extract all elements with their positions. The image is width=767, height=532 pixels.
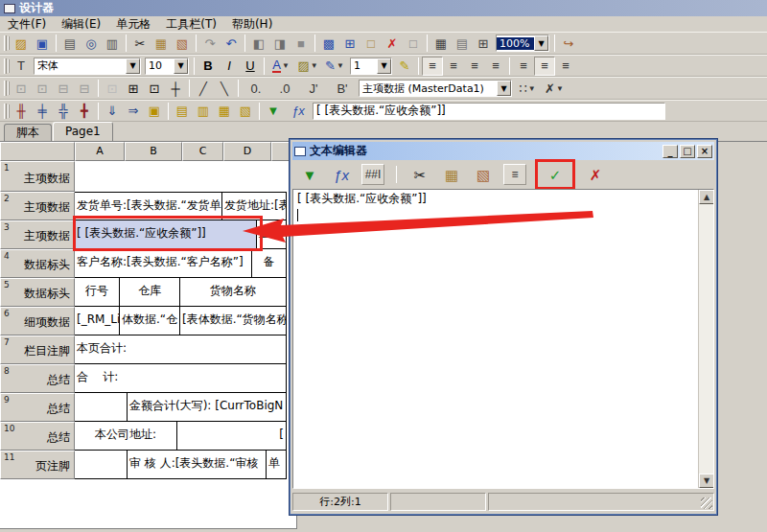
- grid-cell[interactable]: 金额合计(大写): [CurrToBigN: [128, 393, 287, 422]
- border-top-button[interactable]: ⊟: [53, 79, 74, 98]
- border-inner-button[interactable]: ┼: [165, 79, 186, 98]
- bring-forward-button[interactable]: ◧: [248, 34, 269, 53]
- decimal-inc-button[interactable]: 0.: [242, 79, 270, 98]
- print-preview-button[interactable]: ◎: [81, 34, 102, 53]
- cell-format-j-button[interactable]: J': [299, 79, 328, 98]
- grid-cell[interactable]: 审 核 人:[表头数据.“审核: [128, 451, 267, 479]
- grid-cell[interactable]: [: [177, 422, 287, 451]
- menu-item-4[interactable]: 帮助(H): [224, 16, 280, 32]
- valign-bottom-button[interactable]: ≡: [555, 57, 576, 76]
- chevron-down-icon[interactable]: ▼: [534, 35, 548, 51]
- block-fill-button[interactable]: ▦: [214, 102, 235, 121]
- line-width-combo[interactable]: 1▼: [350, 58, 392, 75]
- insert-row-below-button[interactable]: ╪: [32, 102, 53, 121]
- row-band-header-6[interactable]: 6细项数据: [0, 307, 75, 335]
- text-editor-area[interactable]: [ [表头数据.“应收余额”]] ▲ ▼: [292, 189, 714, 489]
- chevron-down-icon[interactable]: ▼: [377, 58, 391, 74]
- align-justify-button[interactable]: ≡: [485, 57, 506, 76]
- cancel-button[interactable]: ✗: [584, 164, 607, 185]
- save-button[interactable]: ▣: [32, 34, 53, 53]
- new-report-button[interactable]: ▩: [318, 34, 339, 53]
- fill-color-button[interactable]: ▨▼: [294, 57, 321, 76]
- border-right-button[interactable]: ⊡: [32, 79, 53, 98]
- toolbar-grip[interactable]: [4, 81, 7, 96]
- word-wrap-button[interactable]: ≡: [503, 164, 526, 185]
- layer-normal-button[interactable]: ■: [291, 34, 312, 53]
- menu-item-3[interactable]: 工具栏(T): [158, 16, 224, 32]
- row-band-header-11[interactable]: 11页注脚: [0, 451, 75, 479]
- tab-page1[interactable]: Page1: [53, 122, 113, 141]
- redo-button[interactable]: ↷: [199, 34, 221, 53]
- grid-cell[interactable]: [75, 451, 128, 479]
- font-name-combo[interactable]: 宋体▼: [34, 58, 141, 75]
- format-text-button[interactable]: ##I: [361, 164, 384, 185]
- menu-item-1[interactable]: 编辑(E): [54, 16, 108, 32]
- new-page-button[interactable]: □: [360, 34, 382, 53]
- column-header-C[interactable]: C: [182, 142, 223, 161]
- paste-button[interactable]: ▧: [472, 164, 495, 185]
- row-band-header-2[interactable]: 2主项数据: [0, 192, 75, 220]
- paste-button[interactable]: ▧: [172, 34, 193, 53]
- grid-cell[interactable]: 单: [267, 451, 287, 479]
- insert-datafield-button[interactable]: ▼: [263, 102, 284, 121]
- line-color-button[interactable]: ✎▼: [321, 57, 348, 76]
- grid-cell[interactable]: 备: [252, 249, 287, 278]
- selected-cell[interactable]: [ [表头数据.“应收余额”]]: [75, 220, 257, 249]
- insert-datafield-button[interactable]: ▼: [298, 164, 321, 185]
- blank-page-button[interactable]: □: [403, 34, 424, 53]
- underline-button[interactable]: U: [240, 57, 261, 76]
- font-size-combo[interactable]: 10▼: [145, 58, 189, 75]
- dialog-titlebar[interactable]: 文本编辑器 _ □ ×: [292, 142, 714, 160]
- align-left-button[interactable]: ≡: [422, 57, 443, 76]
- grid-cell[interactable]: 发货地址:[表: [222, 192, 287, 220]
- row-band-header-8[interactable]: 8总结: [0, 364, 75, 393]
- diagonal-down-button[interactable]: ╲: [214, 79, 235, 98]
- split-right-button[interactable]: ⇒: [123, 102, 144, 121]
- grid-cell[interactable]: 货物名称: [180, 278, 287, 307]
- copy-button[interactable]: ▦: [440, 164, 463, 185]
- copy-button[interactable]: ▦: [151, 34, 172, 53]
- page-setup-button[interactable]: ▥: [102, 34, 123, 53]
- border-left-button[interactable]: ⊡: [11, 79, 32, 98]
- toolbar-grip[interactable]: [4, 58, 7, 74]
- split-down-button[interactable]: ⇓: [102, 102, 123, 121]
- clear-cell-button[interactable]: ✗▼: [541, 79, 568, 98]
- border-style-button[interactable]: ∷▼: [514, 79, 541, 98]
- grid-cell[interactable]: 体数据.“仓: [120, 307, 180, 335]
- insert-col-right-button[interactable]: ╋: [74, 102, 95, 121]
- confirm-button[interactable]: ✓: [544, 164, 567, 185]
- zoom-combo[interactable]: 100%▼: [496, 35, 549, 52]
- grid-cell[interactable]: 行号: [75, 278, 120, 307]
- maximize-button[interactable]: □: [680, 145, 695, 158]
- grid-cell[interactable]: [_RM_Line: [75, 307, 120, 335]
- row-band-header-5[interactable]: 5数据标头: [0, 278, 75, 307]
- insert-row-above-button[interactable]: ╫: [11, 102, 32, 121]
- scroll-up-icon[interactable]: ▲: [699, 190, 714, 204]
- grid-cell[interactable]: 业 务 员:[表: [257, 220, 287, 249]
- cut-button[interactable]: ✂: [129, 34, 151, 53]
- block-move-button[interactable]: ▥: [193, 102, 214, 121]
- insert-table-button[interactable]: ⊞: [339, 34, 360, 53]
- grid-cell[interactable]: [75, 393, 128, 422]
- grid-corner[interactable]: [0, 142, 75, 161]
- undo-button[interactable]: ↶: [221, 34, 242, 53]
- column-header-D[interactable]: D: [223, 142, 271, 161]
- grid-cell[interactable]: 客户名称:[表头数据.“客户名称”]: [75, 249, 252, 278]
- decimal-dec-button[interactable]: .0: [270, 79, 299, 98]
- block-copy-button[interactable]: ▤: [172, 102, 193, 121]
- font-face-button[interactable]: T: [11, 57, 32, 76]
- merge-cells-button[interactable]: ▣: [144, 102, 165, 121]
- block-clear-button[interactable]: ▧: [235, 102, 256, 121]
- row-band-header-4[interactable]: 4数据标头: [0, 249, 75, 278]
- send-backward-button[interactable]: ◨: [269, 34, 291, 53]
- row-band-header-10[interactable]: 10总结: [0, 422, 75, 451]
- border-none-button[interactable]: ⊡: [102, 79, 123, 98]
- grid-cell[interactable]: [75, 161, 287, 192]
- tab-脚本[interactable]: 脚本: [4, 124, 52, 141]
- scroll-down-icon[interactable]: ▼: [699, 474, 714, 488]
- delete-page-button[interactable]: ✗: [382, 34, 403, 53]
- border-bottom-button[interactable]: ⊟: [74, 79, 95, 98]
- cell-format-b-button[interactable]: B': [328, 79, 357, 98]
- align-right-button[interactable]: ≡: [464, 57, 485, 76]
- bold-button[interactable]: B: [198, 57, 219, 76]
